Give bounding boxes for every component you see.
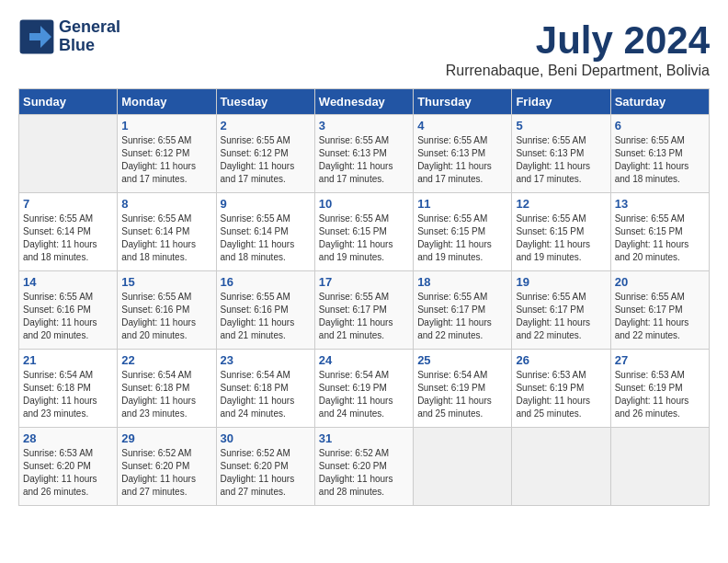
calendar-cell: 28Sunrise: 6:53 AMSunset: 6:20 PMDayligh… bbox=[19, 428, 118, 506]
day-info: Sunrise: 6:54 AMSunset: 6:19 PMDaylight:… bbox=[319, 369, 409, 420]
day-info: Sunrise: 6:54 AMSunset: 6:19 PMDaylight:… bbox=[417, 369, 507, 420]
day-number: 24 bbox=[319, 353, 409, 367]
day-number: 23 bbox=[221, 353, 311, 367]
day-info: Sunrise: 6:55 AMSunset: 6:14 PMDaylight:… bbox=[23, 213, 113, 264]
calendar-cell: 26Sunrise: 6:53 AMSunset: 6:19 PMDayligh… bbox=[512, 350, 610, 428]
day-info: Sunrise: 6:52 AMSunset: 6:20 PMDaylight:… bbox=[121, 447, 211, 499]
day-number: 17 bbox=[319, 275, 409, 289]
day-info: Sunrise: 6:55 AMSunset: 6:17 PMDaylight:… bbox=[516, 291, 606, 342]
calendar-cell: 21Sunrise: 6:54 AMSunset: 6:18 PMDayligh… bbox=[19, 350, 118, 428]
calendar-table: SundayMondayTuesdayWednesdayThursdayFrid… bbox=[18, 88, 710, 506]
day-number: 25 bbox=[417, 353, 507, 367]
day-info: Sunrise: 6:55 AMSunset: 6:15 PMDaylight:… bbox=[319, 213, 409, 264]
calendar-cell: 5Sunrise: 6:55 AMSunset: 6:13 PMDaylight… bbox=[512, 115, 610, 193]
calendar-cell: 10Sunrise: 6:55 AMSunset: 6:15 PMDayligh… bbox=[314, 193, 413, 271]
calendar-cell: 23Sunrise: 6:54 AMSunset: 6:18 PMDayligh… bbox=[216, 350, 314, 428]
day-number: 1 bbox=[121, 119, 211, 132]
week-row-1: 1Sunrise: 6:55 AMSunset: 6:12 PMDaylight… bbox=[19, 115, 710, 193]
day-number: 31 bbox=[319, 431, 409, 445]
day-number: 19 bbox=[516, 275, 606, 289]
day-info: Sunrise: 6:55 AMSunset: 6:16 PMDaylight:… bbox=[221, 291, 311, 342]
day-info: Sunrise: 6:55 AMSunset: 6:17 PMDaylight:… bbox=[417, 291, 507, 342]
day-info: Sunrise: 6:55 AMSunset: 6:17 PMDaylight:… bbox=[319, 291, 409, 342]
day-info: Sunrise: 6:55 AMSunset: 6:16 PMDaylight:… bbox=[121, 291, 211, 342]
day-number: 14 bbox=[23, 275, 113, 289]
day-info: Sunrise: 6:55 AMSunset: 6:14 PMDaylight:… bbox=[221, 213, 311, 264]
calendar-cell: 18Sunrise: 6:55 AMSunset: 6:17 PMDayligh… bbox=[414, 271, 512, 350]
day-number: 22 bbox=[121, 353, 211, 367]
day-number: 30 bbox=[221, 431, 311, 445]
logo-icon bbox=[18, 18, 55, 55]
calendar-cell: 29Sunrise: 6:52 AMSunset: 6:20 PMDayligh… bbox=[118, 428, 216, 506]
day-number: 13 bbox=[615, 197, 705, 211]
day-info: Sunrise: 6:55 AMSunset: 6:13 PMDaylight:… bbox=[516, 134, 606, 186]
day-number: 9 bbox=[221, 197, 311, 211]
calendar-cell: 7Sunrise: 6:55 AMSunset: 6:14 PMDaylight… bbox=[19, 193, 118, 271]
header-thursday: Thursday bbox=[414, 89, 512, 115]
day-info: Sunrise: 6:55 AMSunset: 6:15 PMDaylight:… bbox=[516, 213, 606, 264]
day-info: Sunrise: 6:55 AMSunset: 6:17 PMDaylight:… bbox=[615, 291, 705, 342]
calendar-cell: 9Sunrise: 6:55 AMSunset: 6:14 PMDaylight… bbox=[216, 193, 314, 271]
logo-line2: Blue bbox=[59, 37, 120, 55]
calendar-cell: 31Sunrise: 6:52 AMSunset: 6:20 PMDayligh… bbox=[314, 428, 413, 506]
calendar-cell: 12Sunrise: 6:55 AMSunset: 6:15 PMDayligh… bbox=[512, 193, 610, 271]
calendar-cell: 22Sunrise: 6:54 AMSunset: 6:18 PMDayligh… bbox=[118, 350, 216, 428]
day-number: 18 bbox=[417, 275, 507, 289]
day-info: Sunrise: 6:54 AMSunset: 6:18 PMDaylight:… bbox=[121, 369, 211, 420]
day-number: 21 bbox=[23, 353, 113, 367]
day-info: Sunrise: 6:53 AMSunset: 6:19 PMDaylight:… bbox=[516, 369, 606, 420]
day-number: 29 bbox=[121, 431, 211, 445]
day-number: 27 bbox=[615, 353, 705, 367]
week-row-3: 14Sunrise: 6:55 AMSunset: 6:16 PMDayligh… bbox=[19, 271, 710, 350]
header-monday: Monday bbox=[118, 89, 216, 115]
calendar-cell: 13Sunrise: 6:55 AMSunset: 6:15 PMDayligh… bbox=[610, 193, 709, 271]
calendar-cell: 30Sunrise: 6:52 AMSunset: 6:20 PMDayligh… bbox=[216, 428, 314, 506]
day-info: Sunrise: 6:52 AMSunset: 6:20 PMDaylight:… bbox=[319, 447, 409, 499]
day-info: Sunrise: 6:55 AMSunset: 6:15 PMDaylight:… bbox=[417, 213, 507, 264]
calendar-cell: 15Sunrise: 6:55 AMSunset: 6:16 PMDayligh… bbox=[118, 271, 216, 350]
day-info: Sunrise: 6:54 AMSunset: 6:18 PMDaylight:… bbox=[23, 369, 113, 420]
day-number: 12 bbox=[516, 197, 606, 211]
month-title: July 2024 bbox=[446, 18, 710, 63]
header-saturday: Saturday bbox=[610, 89, 709, 115]
calendar-cell bbox=[512, 428, 610, 506]
day-info: Sunrise: 6:55 AMSunset: 6:12 PMDaylight:… bbox=[221, 134, 311, 186]
logo: General Blue bbox=[18, 18, 120, 55]
day-info: Sunrise: 6:55 AMSunset: 6:13 PMDaylight:… bbox=[319, 134, 409, 186]
day-info: Sunrise: 6:55 AMSunset: 6:14 PMDaylight:… bbox=[121, 213, 211, 264]
day-number: 5 bbox=[516, 119, 606, 132]
calendar-cell: 1Sunrise: 6:55 AMSunset: 6:12 PMDaylight… bbox=[118, 115, 216, 193]
day-info: Sunrise: 6:53 AMSunset: 6:19 PMDaylight:… bbox=[615, 369, 705, 420]
calendar-cell: 25Sunrise: 6:54 AMSunset: 6:19 PMDayligh… bbox=[414, 350, 512, 428]
calendar-cell: 2Sunrise: 6:55 AMSunset: 6:12 PMDaylight… bbox=[216, 115, 314, 193]
day-info: Sunrise: 6:55 AMSunset: 6:12 PMDaylight:… bbox=[121, 134, 211, 186]
calendar-cell bbox=[610, 428, 709, 506]
day-number: 16 bbox=[221, 275, 311, 289]
header-friday: Friday bbox=[512, 89, 610, 115]
calendar-cell: 19Sunrise: 6:55 AMSunset: 6:17 PMDayligh… bbox=[512, 271, 610, 350]
day-number: 2 bbox=[221, 119, 311, 132]
day-number: 3 bbox=[319, 119, 409, 132]
day-info: Sunrise: 6:55 AMSunset: 6:16 PMDaylight:… bbox=[23, 291, 113, 342]
week-row-4: 21Sunrise: 6:54 AMSunset: 6:18 PMDayligh… bbox=[19, 350, 710, 428]
week-row-5: 28Sunrise: 6:53 AMSunset: 6:20 PMDayligh… bbox=[19, 428, 710, 506]
calendar-cell: 24Sunrise: 6:54 AMSunset: 6:19 PMDayligh… bbox=[314, 350, 413, 428]
calendar-cell: 4Sunrise: 6:55 AMSunset: 6:13 PMDaylight… bbox=[414, 115, 512, 193]
day-info: Sunrise: 6:54 AMSunset: 6:18 PMDaylight:… bbox=[221, 369, 311, 420]
day-info: Sunrise: 6:55 AMSunset: 6:13 PMDaylight:… bbox=[615, 134, 705, 186]
day-number: 11 bbox=[417, 197, 507, 211]
calendar-cell: 3Sunrise: 6:55 AMSunset: 6:13 PMDaylight… bbox=[314, 115, 413, 193]
day-number: 4 bbox=[417, 119, 507, 132]
day-number: 6 bbox=[615, 119, 705, 132]
day-number: 28 bbox=[23, 431, 113, 445]
day-number: 10 bbox=[319, 197, 409, 211]
day-info: Sunrise: 6:55 AMSunset: 6:13 PMDaylight:… bbox=[417, 134, 507, 186]
calendar-cell: 17Sunrise: 6:55 AMSunset: 6:17 PMDayligh… bbox=[314, 271, 413, 350]
calendar-cell: 14Sunrise: 6:55 AMSunset: 6:16 PMDayligh… bbox=[19, 271, 118, 350]
header-wednesday: Wednesday bbox=[314, 89, 413, 115]
header-tuesday: Tuesday bbox=[216, 89, 314, 115]
calendar-header-row: SundayMondayTuesdayWednesdayThursdayFrid… bbox=[19, 89, 710, 115]
day-number: 20 bbox=[615, 275, 705, 289]
logo-text: General Blue bbox=[59, 18, 120, 55]
header-sunday: Sunday bbox=[19, 89, 118, 115]
